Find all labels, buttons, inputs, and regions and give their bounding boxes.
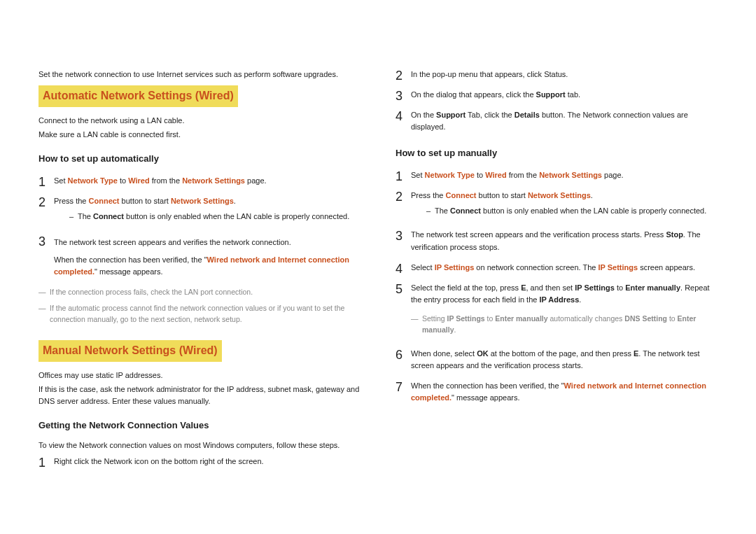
gv-step-3: On the dialog that appears, click the Su… [396, 87, 718, 103]
getting-values-steps: Right click the Network icon on the bott… [38, 454, 360, 470]
left-column: Set the network connection to use Intern… [38, 66, 360, 474]
auto-p1: Connect to the network using a LAN cable… [38, 115, 360, 127]
manual-section-title: Manual Network Settings (Wired) [38, 340, 222, 362]
man-step-4: Select IP Settings on network connection… [396, 260, 718, 276]
intro-text: Set the network connection to use Intern… [38, 69, 360, 80]
auto-step-3: The network test screen appears and veri… [38, 232, 360, 282]
page-columns: Set the network connection to use Intern… [38, 66, 718, 474]
getting-values-desc: To view the Network connection values on… [38, 440, 360, 451]
manual-subtitle: How to set up manually [396, 146, 718, 160]
gv-step-4: On the Support Tab, click the Details bu… [396, 107, 718, 135]
man-step-5-note: Setting IP Settings to Enter manually au… [411, 313, 718, 336]
auto-p2: Make sure a LAN cable is connected first… [38, 129, 360, 141]
right-column: In the pop-up menu that appears, click S… [396, 66, 718, 474]
auto-step-2-sub: The Connect button is only enabled when … [69, 211, 360, 223]
auto-section-title: Automatic Network Settings (Wired) [38, 85, 238, 107]
man-step-5: Select the field at the top, press E, an… [396, 280, 718, 342]
man-step-6: When done, select OK at the bottom of th… [396, 346, 718, 374]
getting-values-subtitle: Getting the Network Connection Values [38, 419, 360, 433]
auto-note-1: If the connection process fails, check t… [38, 286, 360, 297]
auto-subtitle: How to set up automatically [38, 152, 360, 166]
auto-note-2: If the automatic process cannot find the… [38, 302, 360, 325]
man-step-1: Set Network Type to Wired from the Netwo… [396, 167, 718, 183]
gv-steps-cont: In the pop-up menu that appears, click S… [396, 66, 718, 135]
man-step-2-sub: The Connect button is only enabled when … [426, 205, 718, 217]
auto-step-1: Set Network Type to Wired from the Netwo… [38, 173, 360, 189]
auto-steps: Set Network Type to Wired from the Netwo… [38, 173, 360, 282]
man-step-2: Press the Connect button to start Networ… [396, 188, 718, 223]
man-step-3: The network test screen appears and the … [396, 227, 718, 255]
manual-p1: Offices may use static IP addresses. [38, 370, 360, 381]
manual-steps: Set Network Type to Wired from the Netwo… [396, 167, 718, 406]
auto-step-2: Press the Connect button to start Networ… [38, 193, 360, 228]
manual-p2: If this is the case, ask the network adm… [38, 384, 360, 407]
gv-step-1: Right click the Network icon on the bott… [38, 454, 360, 470]
man-step-7: When the connection has been verified, t… [396, 378, 718, 406]
gv-step-2: In the pop-up menu that appears, click S… [396, 66, 718, 83]
